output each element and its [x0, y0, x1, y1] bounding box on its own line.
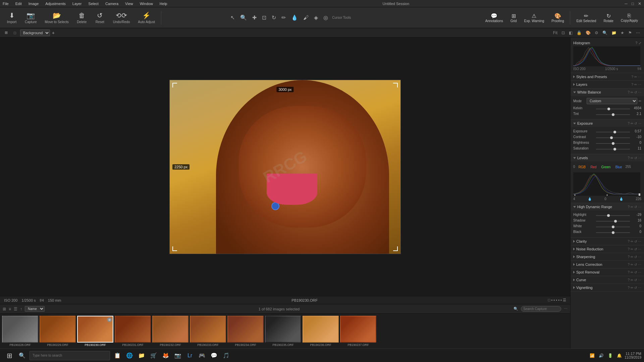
proofing-button[interactable]: 🎨 Proofing [549, 12, 567, 24]
vi-reset-icon[interactable]: ↺ [634, 286, 637, 290]
hdr-edit-icon[interactable]: ✏ [631, 205, 633, 209]
copy-apply-button[interactable]: ⎘ Copy/Apply [618, 12, 641, 23]
flag-icon[interactable]: ⚑ [627, 30, 633, 36]
lev-reset-icon[interactable]: ↺ [634, 156, 637, 160]
nr-reset-icon[interactable]: ↺ [634, 247, 637, 251]
search-capture-icon[interactable]: 🔍 [514, 307, 518, 311]
photo-view[interactable]: RRCG 3000 px 2250 px [169, 80, 401, 254]
annotations-button[interactable]: 💬 Annotations [483, 12, 506, 24]
list-item[interactable]: PB190233.ORF [190, 316, 226, 347]
lev-more-icon[interactable]: ⋯ [638, 156, 641, 160]
nr-help-icon[interactable]: ? [628, 247, 630, 251]
rotate-button[interactable]: ↻ Rotate [601, 12, 616, 24]
thumb-wrap[interactable] [115, 316, 151, 343]
black-slider-container[interactable] [596, 230, 630, 234]
grid-button[interactable]: ⊞ Grid [508, 12, 520, 24]
levels-tab-blue[interactable]: Blue [614, 165, 623, 170]
levels-tab-red[interactable]: Red [589, 165, 598, 170]
steam-icon[interactable]: 🎮 [196, 350, 208, 362]
cl-more-icon[interactable]: ⋯ [638, 240, 641, 243]
histogram-help-icon[interactable]: ? [635, 41, 637, 45]
sh-help-icon[interactable]: ? [628, 255, 630, 259]
menu-camera[interactable]: Camera [105, 2, 118, 6]
reset-button[interactable]: ↺ Reset [92, 10, 108, 25]
view-grid-button[interactable]: ⊞ [3, 30, 10, 36]
thumb-wrap[interactable] [265, 316, 301, 343]
sp-edit-icon[interactable]: ✏ [634, 75, 637, 79]
cu-edit-icon[interactable]: ✏ [631, 278, 633, 282]
levels-dropper2-icon[interactable]: 💧 [619, 197, 623, 201]
menu-select[interactable]: Select [88, 2, 99, 6]
zoom-100-icon[interactable]: ◧ [568, 30, 574, 36]
lightroom-icon[interactable]: Lr [184, 350, 196, 362]
black-slider[interactable] [596, 232, 630, 233]
layer-selector[interactable]: Background [20, 29, 50, 36]
menu-window[interactable]: Window [140, 2, 153, 6]
hdr-help-icon[interactable]: ? [628, 205, 630, 209]
hdr-reset-icon[interactable]: ↺ [634, 205, 637, 209]
thumb-wrap[interactable] [40, 316, 76, 343]
exp-reset-icon[interactable]: ↺ [634, 122, 637, 125]
sr-more-icon[interactable]: ⋯ [638, 270, 641, 274]
auto-adjust-button[interactable]: ⚡ Auto Adjust [135, 10, 158, 25]
sharpening-section[interactable]: Sharpening ? ✏ ↺ ⋯ [571, 253, 644, 261]
hdr-more-icon[interactable]: ⋯ [638, 205, 641, 209]
exposure-header[interactable]: Exposure ? ✏ ↺ ⋯ [571, 120, 644, 127]
white-slider-container[interactable] [596, 224, 630, 228]
nr-edit-icon[interactable]: ✏ [631, 247, 633, 251]
taskbar-search-box[interactable]: Type here to search [30, 351, 110, 360]
cursor-zoom-tool[interactable]: 🔍 [239, 13, 248, 22]
cursor-rotate-tool[interactable]: ↻ [270, 13, 277, 22]
lay-more-icon[interactable]: ⋯ [638, 83, 641, 86]
cu-more-icon[interactable]: ⋯ [638, 278, 641, 282]
filmstrip-grid-icon[interactable]: ⊞ [3, 307, 6, 311]
lc-reset-icon[interactable]: ↺ [634, 263, 637, 266]
color-picker-icon[interactable]: 🎨 [584, 30, 592, 36]
wb-more-icon[interactable]: ⋯ [638, 90, 641, 94]
tint-slider-container[interactable] [596, 112, 630, 116]
search-icon[interactable]: 🔍 [601, 30, 609, 36]
saturation-slider[interactable] [596, 149, 630, 149]
fit-button[interactable]: Fit [552, 30, 559, 36]
list-item[interactable]: PB190229.ORF [40, 316, 76, 347]
sp-help-icon[interactable]: ? [631, 75, 633, 79]
levels-tab-green[interactable]: Green [600, 165, 612, 170]
histogram-expand-icon[interactable]: ⤢ [639, 41, 641, 45]
lay-help-icon[interactable]: ? [631, 83, 633, 86]
cursor-select-tool[interactable]: ↖ [229, 13, 236, 22]
start-button[interactable]: ⊞ [3, 349, 16, 362]
filmstrip-more-icon[interactable]: ⋯ [564, 307, 568, 311]
brightness-slider[interactable] [596, 143, 630, 144]
edit-selected-button[interactable]: ✏ Edit Selected [574, 12, 599, 24]
cursor-spot-tool[interactable]: ◎ [322, 13, 329, 22]
filmstrip-list-icon[interactable]: ≡ [9, 307, 11, 311]
zoom-fit-icon[interactable]: ⊡ [560, 30, 566, 36]
vi-edit-icon[interactable]: ✏ [631, 286, 633, 290]
image-container[interactable]: RRCG 3000 px 2250 px [0, 38, 570, 296]
lock-icon[interactable]: 🔒 [575, 30, 583, 36]
wb-help-icon[interactable]: ? [628, 90, 630, 94]
white-slider[interactable] [596, 227, 630, 227]
kelvin-slider[interactable] [596, 109, 630, 109]
folder-icon[interactable]: 📁 [610, 30, 618, 36]
cursor-move-tool[interactable]: ✚ [251, 13, 258, 22]
highlight-slider[interactable] [596, 215, 630, 216]
filmstrip-thumb-icon[interactable]: ☰ [14, 307, 17, 311]
sr-reset-icon[interactable]: ↺ [634, 270, 637, 274]
levels-header[interactable]: Levels ? ✏ ↺ ⋯ [571, 154, 644, 162]
thumb-wrap[interactable] [2, 316, 38, 343]
notification-icon[interactable]: 🔔 [615, 353, 623, 359]
view-single-button[interactable]: □ [12, 30, 18, 36]
noise-reduction-section[interactable]: Noise Reduction ? ✏ ↺ ⋯ [571, 245, 644, 253]
cl-help-icon[interactable]: ? [628, 240, 630, 243]
menu-file[interactable]: File [3, 2, 9, 6]
more-icon[interactable]: ⋯ [635, 30, 641, 36]
vi-help-icon[interactable]: ? [628, 286, 630, 290]
kelvin-slider-container[interactable] [596, 106, 630, 110]
levels-tab-rgb[interactable]: RGB [577, 165, 587, 170]
wb-edit-picker[interactable]: ✏ [639, 99, 641, 103]
lc-help-icon[interactable]: ? [628, 263, 630, 266]
cursor-crop-tool[interactable]: ⊡ [261, 13, 268, 22]
styles-presets-section[interactable]: Styles and Presets ? ✏ ⋯ [571, 73, 644, 81]
explorer-icon[interactable]: 📁 [136, 350, 148, 362]
